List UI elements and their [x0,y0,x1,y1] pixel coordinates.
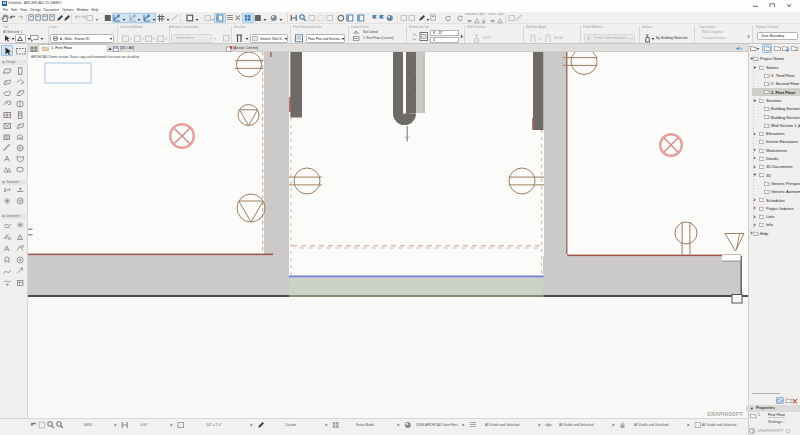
svg-text:A: A [4,244,10,252]
